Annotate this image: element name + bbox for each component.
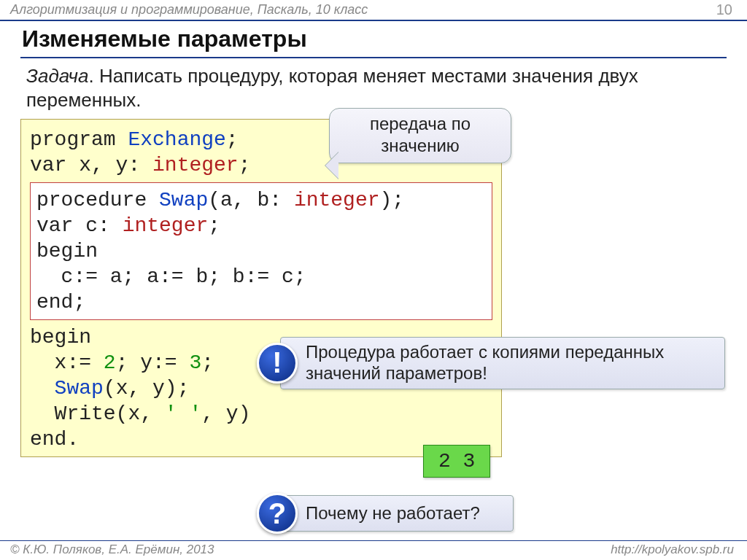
- note-why-not-working: ? Почему не работает?: [257, 493, 514, 534]
- note-copies-text: Процедура работает с копиями переданных …: [280, 337, 725, 389]
- code-block-inner: procedure Swap(a, b: integer); var c: in…: [30, 182, 492, 320]
- slide-content: Изменяемые параметры Задача. Написать пр…: [0, 21, 747, 457]
- breadcrumb: Алгоритмизация и программирование, Паска…: [10, 2, 368, 18]
- header-bar: Алгоритмизация и программирование, Паска…: [0, 0, 747, 20]
- footer-bar: © К.Ю. Поляков, Е.А. Ерёмин, 2013 http:/…: [0, 540, 747, 560]
- code-line: procedure Swap(a, b: integer);: [36, 187, 486, 213]
- exclamation-icon: !: [257, 343, 298, 384]
- footer-url: http://kpolyakov.spb.ru: [611, 542, 734, 557]
- code-line: c:= a; a:= b; b:= c;: [36, 264, 486, 289]
- callout-pass-by-value: передача по значению: [329, 108, 511, 163]
- page-title: Изменяемые параметры: [20, 26, 727, 58]
- code-line: end;: [36, 289, 486, 315]
- question-icon: ?: [257, 493, 298, 534]
- note-why-text: Почему не работает?: [280, 495, 514, 532]
- code-block-outer: передача по значению program Exchange; v…: [20, 119, 502, 457]
- task-label: Задача: [26, 65, 88, 87]
- code-line: Write(x, ' ', y): [30, 401, 492, 427]
- note-copies: ! Процедура работает с копиями переданны…: [257, 337, 725, 389]
- task-body: . Написать процедуру, которая меняет мес…: [26, 65, 638, 111]
- output-result: 2 3: [423, 445, 490, 478]
- code-line: begin: [36, 238, 486, 264]
- footer-copyright: © К.Ю. Поляков, Е.А. Ерёмин, 2013: [10, 542, 214, 557]
- page-number: 10: [716, 1, 732, 18]
- code-line: var c: integer;: [36, 213, 486, 238]
